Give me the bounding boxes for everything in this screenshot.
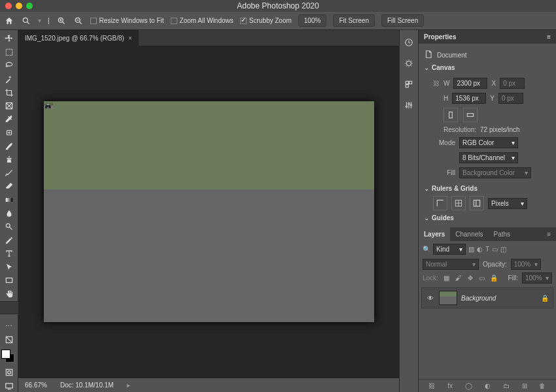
- grid-toggle-button[interactable]: [451, 196, 466, 210]
- canvas-x-input[interactable]: [500, 78, 525, 89]
- foreground-color-swatch[interactable]: [1, 350, 10, 359]
- layer-fill-input[interactable]: 100%▾: [522, 272, 552, 284]
- close-window-button[interactable]: [5, 3, 12, 9]
- zoom-all-windows-checkbox[interactable]: Zoom All Windows: [171, 17, 234, 24]
- hand-tool[interactable]: [2, 288, 16, 301]
- tab-layers[interactable]: Layers: [419, 227, 450, 241]
- canvas-height-input[interactable]: [452, 93, 486, 104]
- eraser-tool[interactable]: [2, 180, 16, 193]
- link-dimensions-icon[interactable]: ⛓: [433, 80, 440, 87]
- filter-type-icon[interactable]: T: [485, 246, 489, 253]
- fill-select[interactable]: Background Color▾: [459, 167, 531, 178]
- status-caret-icon[interactable]: ▸: [127, 382, 130, 389]
- layer-mask-icon[interactable]: ◯: [465, 382, 472, 389]
- rulers-toggle-button[interactable]: [433, 196, 447, 210]
- bit-depth-select[interactable]: 8 Bits/Channel▾: [459, 152, 518, 163]
- history-panel-icon[interactable]: [403, 37, 415, 48]
- document-size[interactable]: Doc: 10.1M/10.1M: [60, 382, 114, 389]
- layer-row[interactable]: 👁 Background 🔒: [421, 287, 553, 308]
- crop-tool[interactable]: [2, 86, 16, 99]
- zoom-out-icon[interactable]: [73, 16, 84, 26]
- filter-pixel-icon[interactable]: ▧: [468, 246, 474, 253]
- move-tool[interactable]: [2, 33, 16, 45]
- ruler-units-select[interactable]: Pixels▾: [488, 198, 527, 209]
- healing-brush-tool[interactable]: [2, 127, 16, 139]
- eyedropper-tool[interactable]: [2, 113, 16, 125]
- filter-smartobject-icon[interactable]: ◫: [500, 246, 506, 253]
- minimize-window-button[interactable]: [16, 3, 22, 9]
- tab-paths[interactable]: Paths: [489, 227, 516, 241]
- filter-kind-select[interactable]: Kind▾: [433, 244, 466, 255]
- properties-panel-header[interactable]: Properties ≡: [419, 30, 556, 44]
- resize-windows-checkbox[interactable]: Resize Windows to Fit: [90, 17, 164, 24]
- lock-pixels-icon[interactable]: 🖌: [454, 274, 463, 282]
- canvas-y-input[interactable]: [498, 93, 523, 104]
- screen-mode-icon[interactable]: [2, 380, 16, 392]
- zoom-tool-indicator-icon[interactable]: [21, 16, 31, 26]
- opacity-input[interactable]: 100%▾: [511, 259, 541, 270]
- quick-mask-icon[interactable]: [2, 367, 16, 379]
- lasso-tool[interactable]: [2, 59, 16, 72]
- orientation-landscape-button[interactable]: [463, 108, 478, 122]
- history-brush-tool[interactable]: [2, 167, 16, 180]
- tab-channels[interactable]: Channels: [450, 227, 488, 241]
- adjustments-panel-icon[interactable]: [403, 99, 415, 111]
- zoom-in-icon[interactable]: [56, 16, 67, 26]
- frame-tool[interactable]: [2, 100, 16, 112]
- orientation-portrait-button[interactable]: [443, 108, 458, 122]
- lock-artboard-icon[interactable]: ▭: [478, 274, 487, 282]
- new-layer-icon[interactable]: ⊞: [522, 382, 527, 389]
- color-mode-select[interactable]: RGB Color▾: [459, 137, 518, 148]
- guides-section-header[interactable]: ⌄Guides: [424, 212, 551, 223]
- lock-all-icon[interactable]: 🔒: [489, 274, 498, 282]
- panel-menu-icon[interactable]: ≡: [542, 227, 556, 241]
- hundred-percent-button[interactable]: 100%: [298, 14, 327, 27]
- blend-mode-select[interactable]: Normal▾: [423, 259, 479, 270]
- magic-wand-tool[interactable]: [2, 73, 16, 86]
- scrubby-zoom-checkbox[interactable]: Scrubby Zoom: [240, 17, 292, 24]
- lock-position-icon[interactable]: ✥: [466, 274, 475, 282]
- panel-menu-icon[interactable]: ≡: [547, 33, 551, 41]
- clone-stamp-tool[interactable]: [2, 154, 16, 166]
- lock-transparency-icon[interactable]: ▦: [442, 274, 451, 282]
- path-selection-tool[interactable]: [2, 261, 16, 274]
- zoom-level[interactable]: 66.67%: [25, 382, 47, 389]
- layer-thumbnail[interactable]: [439, 291, 457, 305]
- fill-screen-button[interactable]: Fill Screen: [381, 14, 424, 27]
- close-tab-icon[interactable]: ×: [128, 35, 132, 42]
- dodge-tool[interactable]: [2, 221, 16, 233]
- filter-shape-icon[interactable]: ▭: [492, 246, 498, 253]
- brush-tool[interactable]: [2, 140, 16, 153]
- type-tool[interactable]: [2, 248, 16, 260]
- filter-adjustment-icon[interactable]: ◐: [477, 246, 483, 253]
- canvas-viewport[interactable]: 500* ·9 05: [18, 46, 399, 378]
- swatches-panel-icon[interactable]: [403, 78, 415, 90]
- document-tab[interactable]: IMG_1520.jpeg @ 66.7% (RGB/8) ×: [18, 30, 139, 46]
- delete-layer-icon[interactable]: 🗑: [539, 382, 546, 389]
- new-group-icon[interactable]: 🗀: [503, 382, 510, 389]
- layer-lock-icon[interactable]: 🔒: [541, 295, 549, 302]
- dropdown-caret-icon[interactable]: ▾: [38, 17, 41, 24]
- blur-tool[interactable]: [2, 207, 16, 220]
- gradient-tool[interactable]: [2, 194, 16, 206]
- home-icon[interactable]: [4, 16, 14, 26]
- marquee-tool[interactable]: [2, 46, 16, 59]
- color-swatches[interactable]: [1, 350, 17, 365]
- more-tools-icon[interactable]: ⋯: [2, 320, 16, 333]
- edit-toolbar-icon[interactable]: [2, 334, 16, 346]
- rulers-section-header[interactable]: ⌄Rulers & Grids: [424, 183, 551, 194]
- layer-style-icon[interactable]: fx: [447, 382, 453, 389]
- guides-toggle-button[interactable]: [470, 196, 484, 210]
- fit-screen-button[interactable]: Fit Screen: [333, 14, 375, 27]
- layer-name[interactable]: Background: [461, 295, 537, 302]
- search-icon[interactable]: 🔍: [423, 246, 430, 253]
- canvas-width-input[interactable]: [453, 78, 487, 89]
- new-adjustment-layer-icon[interactable]: ◐: [485, 382, 491, 389]
- link-layers-icon[interactable]: ⛓: [428, 382, 435, 389]
- maximize-window-button[interactable]: [26, 3, 33, 9]
- pen-tool[interactable]: [2, 234, 16, 246]
- layer-visibility-icon[interactable]: 👁: [426, 295, 435, 302]
- rectangle-tool[interactable]: [2, 274, 16, 287]
- canvas-section-header[interactable]: ⌄Canvas: [424, 62, 551, 73]
- brushes-panel-icon[interactable]: [403, 57, 415, 69]
